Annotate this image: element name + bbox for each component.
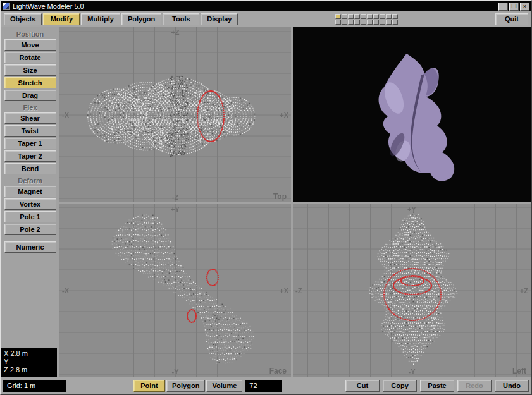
- bank-button[interactable]: [380, 20, 385, 25]
- viewport-preview-canvas[interactable]: [293, 27, 531, 202]
- paste-button[interactable]: Paste: [420, 380, 454, 392]
- axis-label-minus-y: -Y: [409, 368, 416, 375]
- sidebar-item-shear[interactable]: Shear: [4, 112, 56, 124]
- selection-mode-group: Point Polygon Volume: [133, 380, 242, 392]
- tool-sidebar: Position Move Rotate Size Stretch Drag F…: [1, 27, 59, 377]
- coordinate-readout: X 2.8 m Y Z 2.8 m: [1, 348, 57, 377]
- bank-button[interactable]: [386, 14, 392, 19]
- bank-button[interactable]: [348, 14, 354, 19]
- minimize-button[interactable]: _: [498, 3, 508, 11]
- axis-label-minus-x: -X: [62, 287, 69, 295]
- tab-display[interactable]: Display: [201, 13, 238, 25]
- coord-z: Z 2.8 m: [4, 366, 54, 374]
- mode-volume[interactable]: Volume: [206, 380, 242, 392]
- copy-button[interactable]: Copy: [383, 380, 417, 392]
- coord-y: Y: [4, 358, 54, 366]
- bank-button[interactable]: [367, 14, 373, 19]
- close-button[interactable]: ×: [520, 3, 529, 11]
- axis-label-plus-y: +Y: [171, 205, 180, 213]
- viewport-area: +Z -X +X -Z Top +Y -X +X -Y Face +Y -Z +…: [59, 27, 531, 377]
- bank-button[interactable]: [361, 14, 366, 19]
- sidebar-item-size[interactable]: Size: [4, 64, 56, 76]
- viewport-left-canvas[interactable]: [293, 204, 531, 377]
- window-title: LightWave Modeler 5.0: [13, 3, 496, 10]
- tab-multiply[interactable]: Multiply: [81, 13, 120, 25]
- tab-polygon[interactable]: Polygon: [121, 13, 161, 25]
- menu-tab-bar: Objects Modify Multiply Polygon Tools Di…: [1, 11, 531, 27]
- tab-modify[interactable]: Modify: [43, 13, 80, 25]
- viewport-name-face: Face: [269, 367, 287, 375]
- sidebar-item-bend[interactable]: Bend: [4, 163, 56, 174]
- axis-label-plus-x: +X: [280, 111, 288, 119]
- preset-bank: [335, 14, 398, 25]
- sidebar-item-twist[interactable]: Twist: [4, 125, 56, 137]
- viewport-preview[interactable]: [293, 27, 531, 202]
- bank-button[interactable]: [380, 14, 385, 19]
- sidebar-item-pole1[interactable]: Pole 1: [4, 211, 56, 222]
- viewport-name-left: Left: [512, 367, 526, 375]
- bank-button[interactable]: [392, 14, 398, 19]
- sidebar-item-taper1[interactable]: Taper 1: [4, 138, 56, 149]
- sidebar-item-drag[interactable]: Drag: [4, 90, 56, 101]
- viewport-name-top: Top: [273, 192, 287, 201]
- viewport-face-canvas[interactable]: [59, 204, 291, 377]
- status-bar: Grid: 1 m Point Polygon Volume 72 Cut Co…: [1, 377, 531, 394]
- bank-button[interactable]: [373, 20, 379, 25]
- app-icon: [3, 3, 10, 10]
- tab-objects[interactable]: Objects: [4, 13, 42, 25]
- sidebar-item-magnet[interactable]: Magnet: [4, 186, 56, 197]
- axis-label-minus-x: -X: [62, 111, 69, 119]
- mode-polygon[interactable]: Polygon: [166, 380, 205, 392]
- viewport-left[interactable]: +Y -Z +Z -Y Left: [293, 204, 531, 377]
- viewport-top[interactable]: +Z -X +X -Z Top: [59, 27, 291, 202]
- axis-label-plus-x: +X: [280, 287, 288, 295]
- bank-button[interactable]: [335, 14, 341, 19]
- axis-label-plus-z: +Z: [171, 28, 179, 36]
- titlebar[interactable]: LightWave Modeler 5.0 _ ❐ ×: [1, 1, 531, 11]
- sidebar-item-vortex[interactable]: Vortex: [4, 198, 56, 210]
- bank-button[interactable]: [386, 20, 392, 25]
- edit-actions: Cut Copy Paste Redo Undo: [345, 380, 529, 392]
- mode-point[interactable]: Point: [133, 380, 165, 392]
- sidebar-item-stretch[interactable]: Stretch: [4, 77, 56, 88]
- sidebar-item-taper2[interactable]: Taper 2: [4, 150, 56, 162]
- bank-button[interactable]: [373, 14, 379, 19]
- cut-button[interactable]: Cut: [345, 380, 380, 392]
- quit-button[interactable]: Quit: [495, 13, 528, 25]
- axis-label-plus-z: +Z: [520, 287, 528, 295]
- sidebar-item-pole2[interactable]: Pole 2: [4, 224, 56, 235]
- group-label-flex: Flex: [1, 104, 59, 111]
- bank-button[interactable]: [392, 20, 398, 25]
- axis-label-plus-y: +Y: [407, 205, 416, 213]
- sidebar-item-rotate[interactable]: Rotate: [4, 52, 56, 63]
- grid-size-readout: Grid: 1 m: [3, 380, 66, 392]
- axis-label-minus-y: -Y: [172, 368, 179, 375]
- bank-button[interactable]: [367, 20, 373, 25]
- bank-button[interactable]: [342, 14, 347, 19]
- viewport-face[interactable]: +Y -X +X -Y Face: [59, 204, 291, 377]
- axis-label-minus-z: -Z: [172, 193, 178, 201]
- maximize-button[interactable]: ❐: [509, 3, 519, 11]
- bank-button[interactable]: [335, 20, 341, 25]
- group-label-deform: Deform: [1, 177, 59, 185]
- axis-label-minus-z: -Z: [295, 287, 302, 295]
- bank-button[interactable]: [354, 20, 360, 25]
- modeler-window: LightWave Modeler 5.0 _ ❐ × Objects Modi…: [0, 0, 532, 395]
- group-label-position: Position: [1, 30, 59, 38]
- bank-button[interactable]: [348, 20, 354, 25]
- bank-button[interactable]: [342, 20, 347, 25]
- sidebar-item-move[interactable]: Move: [4, 39, 56, 51]
- bank-button[interactable]: [361, 20, 366, 25]
- tab-tools[interactable]: Tools: [163, 13, 199, 25]
- selection-count-readout: 72: [245, 380, 282, 392]
- viewport-top-canvas[interactable]: [59, 27, 291, 202]
- redo-button[interactable]: Redo: [457, 380, 492, 392]
- numeric-button[interactable]: Numeric: [4, 241, 56, 253]
- undo-button[interactable]: Undo: [495, 380, 529, 392]
- bank-button[interactable]: [354, 14, 360, 19]
- coord-x: X 2.8 m: [4, 349, 54, 358]
